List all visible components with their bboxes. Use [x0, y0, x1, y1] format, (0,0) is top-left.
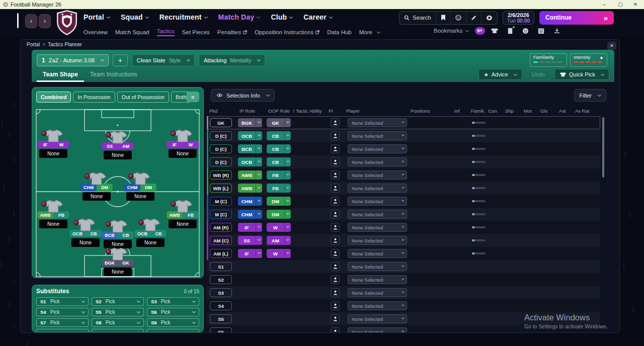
column-header-av-rat[interactable]: Av Rat [573, 108, 600, 114]
position-chip[interactable]: AM (R) [210, 223, 232, 232]
collapse-panel-button[interactable]: « [186, 92, 199, 102]
oop-role-select[interactable]: CB [267, 157, 291, 166]
substitute-slot[interactable] [147, 329, 199, 332]
bookmarks-dropdown[interactable]: Bookmarks [434, 28, 468, 34]
oop-role-select[interactable]: DM [267, 210, 291, 219]
ip-role-select[interactable]: OCB [238, 157, 262, 166]
player-select[interactable]: None Selected [348, 131, 407, 140]
player-instructions-button[interactable] [331, 236, 340, 245]
column-header-mor[interactable]: Mor [521, 108, 538, 114]
player-select[interactable]: None Selected [348, 262, 407, 271]
position-chip[interactable]: D (C) [210, 144, 232, 153]
column-header-inf[interactable]: Inf [452, 108, 468, 114]
ip-role-select[interactable]: IF [238, 223, 262, 232]
substitute-slot-s1[interactable]: S1Pick [36, 297, 89, 306]
subnav-match-squad[interactable]: Match Squad [115, 29, 149, 35]
notification-badge[interactable]: 9+ [475, 27, 485, 35]
ip-role-select[interactable]: BCB [238, 144, 262, 153]
position-chip[interactable]: AM (C) [210, 236, 232, 245]
mentality-select[interactable]: Attacking Mentality [199, 54, 265, 66]
squad-shirt-button[interactable] [489, 26, 501, 36]
nav-match-day[interactable]: Match Day [218, 13, 260, 21]
column-header-tactic-ability[interactable]: Tactic Ability [293, 108, 326, 114]
subnav-penalties[interactable]: Penalties [217, 29, 247, 35]
game-date[interactable]: 2/6/2026 Tue 00:00 [503, 11, 534, 25]
table-row-s1[interactable]: S1 None Selected [207, 260, 600, 273]
column-header-pkd[interactable]: Pkd [207, 108, 237, 114]
undo-button[interactable]: Undo [526, 69, 550, 80]
column-header-famili[interactable]: Famili.. [468, 108, 486, 114]
subnav-tactics[interactable]: Tactics [157, 28, 175, 36]
oop-role-select[interactable]: GK [267, 118, 291, 127]
subnav-overview[interactable]: Overview [84, 29, 108, 35]
player-name-label[interactable]: None [83, 192, 111, 201]
calendar-button[interactable] [535, 26, 547, 36]
ip-role-select[interactable]: AWB [238, 170, 262, 180]
player-instructions-button[interactable] [331, 275, 340, 284]
pitch-player-d-c-l[interactable]: OCB CB None [68, 218, 103, 247]
club-crest[interactable] [55, 10, 78, 37]
player-instructions-button[interactable] [331, 314, 340, 323]
player-instructions-button[interactable] [331, 288, 340, 297]
player-name-label[interactable]: None [104, 151, 132, 159]
position-chip[interactable]: GK [210, 118, 232, 127]
player-select[interactable]: None Selected [348, 223, 407, 232]
player-name-label[interactable]: None [104, 268, 132, 276]
ip-role-select[interactable]: BGK [238, 118, 262, 127]
pitch-player-d-c-r[interactable]: OCB CB None [133, 218, 168, 247]
player-instructions-button[interactable] [331, 170, 340, 180]
position-chip[interactable]: S1 [210, 262, 232, 271]
player-select[interactable]: None Selected [348, 118, 407, 127]
oop-role-select[interactable]: DM [267, 197, 291, 206]
column-header-gls[interactable]: Gls [538, 108, 556, 114]
nav-recruitment[interactable]: Recruitment [159, 13, 207, 21]
player-name-label[interactable]: None [39, 149, 67, 158]
pitch-player-m-c-l[interactable]: CHM DM None [79, 172, 114, 201]
pitch-player-gk[interactable]: BGK GK None [101, 247, 135, 276]
table-row-am-l[interactable]: AM (L) IF W None Selected [207, 247, 600, 260]
player-instructions-button[interactable] [331, 131, 340, 140]
position-chip[interactable]: M (C) [210, 197, 232, 206]
player-select[interactable]: None Selected [348, 249, 407, 258]
player-select[interactable]: None Selected [348, 210, 407, 219]
position-chip[interactable]: S6 [210, 327, 232, 333]
player-name-label[interactable]: None [169, 149, 197, 158]
add-tactic-button[interactable]: + [113, 54, 128, 66]
position-chip[interactable]: M (C) [210, 210, 232, 219]
table-row-am-c[interactable]: AM (C) SS AM None Selected [207, 234, 600, 247]
edit-button[interactable] [466, 12, 481, 24]
selection-info-dropdown[interactable]: Selection Info [211, 89, 275, 102]
search-button[interactable]: Search [399, 12, 436, 24]
oop-role-select[interactable]: CB [267, 144, 291, 153]
player-instructions-button[interactable] [331, 327, 340, 333]
maximize-button[interactable]: ▢ [613, 0, 628, 9]
nav-portal[interactable]: Portal [84, 13, 110, 21]
ip-role-select[interactable]: IF [238, 249, 262, 258]
player-name-label[interactable]: None [126, 192, 154, 201]
column-header-con[interactable]: Con [486, 108, 503, 114]
player-select[interactable]: None Selected [348, 197, 407, 206]
player-select[interactable]: None Selected [348, 275, 407, 284]
subnav-more[interactable]: More [359, 29, 380, 35]
ip-role-select[interactable]: AWB [238, 184, 262, 193]
table-row-s6[interactable]: S6 None Selected [207, 325, 600, 333]
table-row-s3[interactable]: S3 None Selected [207, 286, 600, 299]
oop-role-select[interactable]: CB [267, 131, 291, 140]
player-instructions-button[interactable] [331, 249, 340, 258]
column-header-positions[interactable]: Positions [408, 108, 452, 114]
pitch-player-wb-r[interactable]: AWB FB None [166, 200, 200, 228]
player-instructions-button[interactable] [331, 118, 340, 127]
table-row-s4[interactable]: S4 None Selected [207, 299, 600, 312]
player-select[interactable]: None Selected [348, 144, 407, 153]
position-chip[interactable]: D (C) [210, 131, 232, 140]
card-button[interactable] [504, 26, 516, 36]
position-chip[interactable]: D (C) [210, 157, 232, 166]
table-row-s2[interactable]: S2 None Selected [207, 273, 600, 286]
pitch-filter-out-of-possession[interactable]: Out of Possession [117, 92, 169, 103]
player-name-label[interactable]: None [71, 238, 100, 247]
oop-role-select[interactable]: FB [267, 184, 291, 193]
substitute-slot-s4[interactable]: S4Pick [36, 308, 89, 316]
pitch-filter-combined[interactable]: Combined [36, 92, 71, 103]
forward-button[interactable]: › [39, 14, 51, 28]
face-button[interactable] [520, 26, 532, 36]
